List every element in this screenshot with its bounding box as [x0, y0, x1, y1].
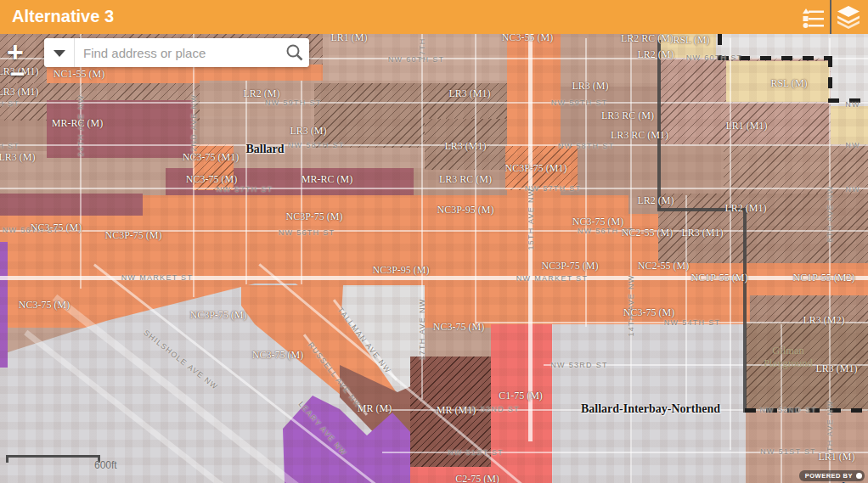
zone-label: NC3P-75 (M1) — [504, 162, 566, 175]
zone-label: LR3 (M2) — [803, 314, 845, 327]
zone-label: LR3 (M1) — [816, 362, 858, 375]
esri-logo: esri — [819, 480, 844, 483]
zone-label: MR-RC (M) — [302, 173, 352, 186]
street-label: NW MARKET ST — [121, 273, 193, 282]
zone-region — [831, 34, 868, 106]
zone-label: NC3-75 (M) — [19, 299, 70, 312]
zone-label: RSL (M) — [770, 77, 807, 90]
zoom-out-button[interactable]: − — [10, 61, 25, 87]
zone-label: MR (M1) — [437, 404, 476, 417]
zone-label: NC3-75 (M) — [623, 306, 674, 319]
street-label: 17TH — [418, 37, 426, 60]
scale-bar-line — [6, 455, 100, 458]
zone-label: C1-75 (M) — [499, 390, 543, 402]
zone-label: NC1P-55 (M2) — [792, 272, 854, 284]
street-label: 17TH AVE NW — [418, 298, 426, 360]
street-label: H ST — [0, 99, 20, 108]
street-label: NW 59TH ST — [265, 98, 322, 107]
zone-label: LR3 (M1) — [445, 140, 487, 153]
zone-label: NC3P-75 (M) — [104, 229, 161, 242]
header-divider — [830, 0, 831, 34]
street-label: 15TH AVE NW — [527, 188, 535, 250]
zone-label: NC3-75 (M) — [433, 321, 484, 334]
street-label: 8TH AVE NW — [826, 401, 834, 458]
street-label: NW 51ST ST — [448, 448, 504, 457]
page-title: Alternative 3 — [12, 7, 114, 26]
street-label: NW 60TH ST — [388, 55, 445, 64]
area-label: Gilman Playground — [758, 345, 818, 370]
street-label: 8TH AVE NW — [826, 186, 834, 243]
zone-label: NC2-55 (M) — [622, 227, 673, 239]
zone-label: LR1 (M1) — [726, 120, 768, 132]
legend-list-icon[interactable] — [802, 5, 827, 29]
scale-bar-tick — [6, 455, 8, 463]
street-label: NW 59TH ST — [551, 98, 608, 107]
street-label: NW 52ND ST — [759, 406, 817, 414]
search-button[interactable] — [280, 38, 309, 67]
street-label: NW 58TH ST — [288, 141, 345, 149]
zone-label: LR3 (M) — [0, 151, 36, 164]
zone-label: LR3 (M1) — [449, 87, 491, 100]
zone-region — [0, 242, 8, 368]
street-label: NW 60TH ST — [686, 53, 743, 62]
zone-label: NC2-55 (M) — [638, 260, 689, 272]
area-label: Ballard-Interbay-Northend — [581, 402, 720, 416]
street-label: NW — [845, 141, 860, 149]
zone-label: NC3P-75 (M) — [189, 309, 246, 322]
street-label: 22ND AVE NW — [189, 94, 198, 157]
zone-label: LR2 (M) — [244, 87, 280, 100]
zone-region — [0, 194, 143, 216]
zone-region — [491, 324, 552, 483]
street-label: NW 51ST ST — [760, 447, 816, 456]
zone-label: NC3P-75 (M) — [541, 260, 598, 272]
zone-label: MR (M) — [358, 402, 392, 415]
scale-label: 600ft — [94, 459, 117, 471]
search-input[interactable] — [75, 38, 280, 67]
street-label: NW — [845, 100, 860, 109]
zone-label: NC3P-75 (M) — [285, 211, 342, 223]
street-label: NW 53RD ST — [550, 361, 608, 369]
zone-label: LR3 RC (M1) — [611, 129, 668, 142]
area-label: Ballard — [245, 143, 284, 156]
zone-label: LR3 (M1) — [682, 227, 724, 239]
attribution[interactable]: POWERED BY esri — [783, 470, 868, 483]
street-label: NW 57TH ST — [217, 185, 273, 194]
zone-label: NC3P-95 (M) — [437, 204, 493, 216]
zone-label: NC3-75 (M) — [572, 216, 623, 228]
zone-label: LR3 RC (M) — [439, 173, 492, 186]
street-label: NW 54TH ST — [664, 318, 721, 327]
map-canvas[interactable]: NW 60TH STNW 60TH STNW 59TH STNW 59TH ST… — [0, 0, 868, 483]
search-widget — [44, 38, 309, 67]
urban-village-boundary — [743, 208, 747, 413]
zone-label: LR3 RC (M) — [601, 110, 654, 122]
zone-label: NC3-75 (M) — [186, 173, 237, 186]
search-source-dropdown[interactable] — [44, 38, 75, 67]
zone-label: NC3-75 (M) — [252, 349, 303, 362]
zone-label: LR2 (M) — [638, 48, 674, 61]
zone-label: LR2 (M) — [638, 194, 674, 207]
zone-label: NC3P-95 (M) — [372, 264, 429, 277]
street-label: NW 56TH ST — [279, 228, 335, 237]
street-label: NW — [845, 185, 860, 194]
zone-label: NC3-75 (M) — [31, 222, 82, 234]
zone-label: NC1-55 (M) — [54, 68, 104, 81]
zone-label: LR3 (M) — [572, 80, 609, 93]
zone-label: C2-75 (M) — [455, 473, 499, 483]
app-header: Alternative 3 — [0, 0, 868, 34]
street-label: NW MARKET ST — [516, 274, 588, 283]
zone-label: LR3 (M) — [290, 125, 327, 138]
urban-village-boundary — [657, 40, 661, 210]
layers-icon[interactable] — [836, 5, 861, 29]
dashed-boundary — [828, 56, 832, 102]
zone-label: NC3-75 (M1) — [183, 151, 239, 164]
street-label: NW 58TH ST — [558, 142, 615, 150]
street-label: H ST — [0, 142, 20, 150]
zone-label: LR2 (M1) — [725, 202, 767, 215]
zone-label: LR1 (M) — [819, 451, 855, 463]
zone-label: NC1P-55 (M) — [690, 272, 747, 284]
zone-label: MR-RC (M) — [52, 117, 103, 130]
zone-label: RSL (M) — [673, 34, 709, 47]
